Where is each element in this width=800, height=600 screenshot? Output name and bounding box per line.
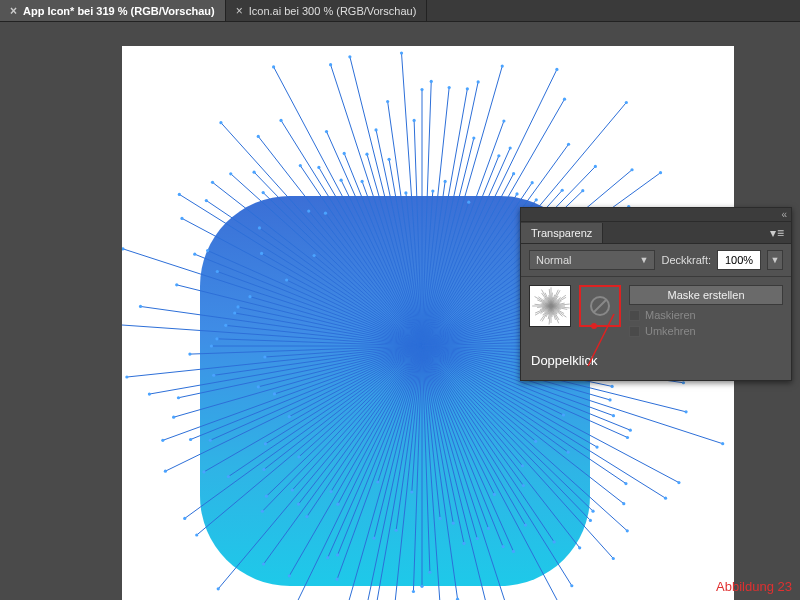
svg-line-158 [191, 346, 422, 439]
svg-point-37 [567, 451, 570, 454]
svg-point-143 [262, 468, 265, 471]
svg-point-229 [219, 121, 222, 124]
svg-point-27 [562, 413, 565, 416]
svg-point-237 [299, 164, 302, 167]
svg-point-25 [626, 436, 629, 439]
svg-point-21 [612, 414, 615, 417]
svg-point-51 [521, 464, 524, 467]
svg-point-43 [626, 529, 629, 532]
svg-point-147 [227, 475, 230, 478]
svg-point-141 [195, 533, 198, 536]
svg-point-35 [624, 482, 627, 485]
workspace: « Transparenz ▾≡ Normal ▼ Deckkraft: 100… [0, 22, 800, 600]
svg-point-39 [622, 502, 625, 505]
collapse-icon[interactable]: « [781, 209, 787, 220]
svg-point-221 [313, 254, 316, 257]
svg-point-305 [531, 181, 534, 184]
svg-point-41 [534, 440, 537, 443]
svg-point-173 [212, 374, 215, 377]
transparency-panel[interactable]: « Transparenz ▾≡ Normal ▼ Deckkraft: 100… [520, 207, 792, 381]
close-icon[interactable]: × [236, 4, 243, 18]
panel-tab-transparency[interactable]: Transparenz [521, 223, 603, 243]
svg-point-69 [501, 545, 504, 548]
blend-mode-value: Normal [536, 254, 571, 266]
svg-point-297 [555, 68, 558, 71]
svg-point-187 [224, 324, 227, 327]
svg-point-163 [273, 392, 276, 395]
svg-point-55 [522, 484, 525, 487]
opacity-input[interactable]: 100% [717, 250, 761, 270]
svg-point-71 [487, 527, 490, 530]
svg-point-175 [125, 375, 128, 378]
svg-point-203 [193, 253, 196, 256]
svg-point-135 [261, 510, 264, 513]
svg-point-269 [413, 119, 416, 122]
svg-line-421 [594, 300, 606, 312]
svg-point-299 [512, 172, 515, 175]
panel-chrome: « [521, 208, 791, 222]
mask-thumbnail[interactable] [579, 285, 621, 327]
svg-point-243 [272, 65, 275, 68]
svg-point-267 [400, 51, 403, 54]
svg-point-145 [183, 517, 186, 520]
svg-point-169 [177, 396, 180, 399]
svg-point-131 [217, 587, 220, 590]
svg-point-217 [258, 226, 261, 229]
svg-point-49 [612, 557, 615, 560]
svg-point-275 [431, 189, 434, 192]
object-thumbnail[interactable] [529, 285, 571, 327]
svg-point-75 [476, 537, 479, 540]
opacity-stepper[interactable]: ▼ [767, 250, 783, 270]
svg-point-157 [209, 439, 212, 442]
svg-point-313 [561, 189, 564, 192]
svg-point-119 [336, 503, 339, 506]
checkbox-icon [629, 326, 640, 337]
svg-point-133 [291, 488, 294, 491]
svg-point-181 [210, 344, 213, 347]
svg-point-45 [591, 510, 594, 513]
svg-point-291 [502, 119, 505, 122]
svg-point-233 [257, 135, 260, 138]
svg-point-111 [336, 577, 339, 580]
svg-point-241 [317, 166, 320, 169]
document-tab-icon-ai[interactable]: × Icon.ai bei 300 % (RGB/Vorschau) [226, 0, 428, 21]
svg-point-167 [257, 385, 260, 388]
svg-point-219 [211, 181, 214, 184]
svg-point-81 [452, 522, 455, 525]
svg-point-177 [263, 355, 266, 358]
svg-point-317 [581, 189, 584, 192]
invert-checkbox[interactable]: Umkehren [629, 325, 783, 337]
svg-point-29 [677, 481, 680, 484]
svg-point-245 [340, 179, 343, 182]
tab-label: App Icon* bei 319 % (RGB/Vorschau) [23, 5, 215, 17]
clip-checkbox[interactable]: Maskieren [629, 309, 783, 321]
svg-line-126 [264, 346, 422, 564]
svg-point-271 [420, 88, 423, 91]
blend-mode-dropdown[interactable]: Normal ▼ [529, 250, 655, 270]
no-mask-icon [588, 294, 612, 318]
make-mask-button[interactable]: Maske erstellen [629, 285, 783, 305]
svg-point-195 [175, 283, 178, 286]
svg-point-85 [439, 517, 442, 520]
svg-point-129 [297, 502, 300, 505]
panel-menu-icon[interactable]: ▾≡ [770, 226, 785, 240]
document-tab-app-icon[interactable]: × App Icon* bei 319 % (RGB/Vorschau) [0, 0, 226, 21]
svg-point-89 [428, 571, 431, 574]
svg-point-121 [288, 574, 291, 577]
close-icon[interactable]: × [10, 4, 17, 18]
svg-point-67 [512, 550, 515, 553]
svg-point-295 [509, 146, 512, 149]
svg-point-9 [682, 381, 685, 384]
svg-point-179 [188, 353, 191, 356]
svg-point-265 [404, 191, 407, 194]
svg-point-207 [285, 278, 288, 281]
svg-point-159 [189, 438, 192, 441]
svg-point-155 [164, 470, 167, 473]
svg-point-127 [262, 562, 265, 565]
svg-point-239 [279, 119, 282, 122]
svg-point-171 [148, 392, 151, 395]
svg-point-105 [372, 537, 375, 540]
svg-point-15 [684, 410, 687, 413]
svg-point-249 [343, 152, 346, 155]
svg-point-19 [721, 442, 724, 445]
